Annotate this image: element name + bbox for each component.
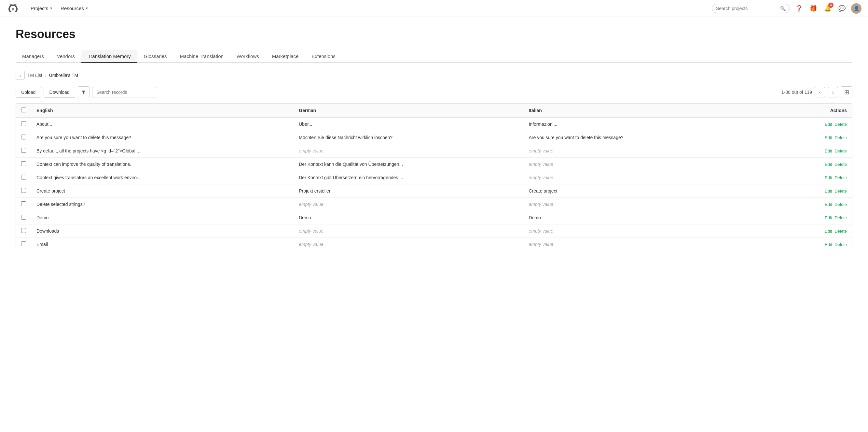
search-icon[interactable]: 🔍 — [780, 6, 786, 11]
table-row: Delete selected strings?empty valueempty… — [16, 198, 852, 211]
cell-italian: Are you sure you want to delete this mes… — [523, 131, 753, 144]
cell-italian: Create project — [523, 184, 753, 198]
tab-translation-memory[interactable]: Translation Memory — [81, 50, 137, 63]
delete-button[interactable]: 🗑 — [78, 86, 90, 98]
tab-managers[interactable]: Managers — [16, 50, 51, 63]
cell-italian: empty value — [523, 238, 753, 251]
cell-actions: EditDelete — [753, 211, 852, 225]
cell-italian: Informazioni... — [523, 118, 753, 131]
delete-link[interactable]: Delete — [835, 162, 847, 167]
navbar-right: 🔍 ❓ 🎁 🔔 4 💬 👤 — [712, 3, 862, 14]
chevron-left-icon: ‹ — [819, 90, 821, 95]
cell-english: Context can improve the quality of trans… — [31, 158, 293, 171]
help-button[interactable]: ❓ — [794, 3, 804, 14]
notifications-button[interactable]: 🔔 4 — [823, 3, 833, 14]
edit-link[interactable]: Edit — [825, 215, 832, 220]
delete-link[interactable]: Delete — [835, 135, 847, 140]
table-row: Downloadsempty valueempty valueEditDelet… — [16, 225, 852, 238]
next-page-button[interactable]: › — [828, 87, 838, 97]
chevron-down-icon: ▼ — [50, 6, 53, 10]
breadcrumb-tm-list[interactable]: TM List — [27, 73, 42, 78]
table-row: Emailempty valueempty valueEditDelete — [16, 238, 852, 251]
table-row: By default, all the projects have <g id=… — [16, 144, 852, 158]
delete-link[interactable]: Delete — [835, 242, 847, 247]
tab-machine-translation[interactable]: Machine Translation — [174, 50, 230, 63]
tab-marketplace[interactable]: Marketplace — [266, 50, 305, 63]
delete-link[interactable]: Delete — [835, 189, 847, 194]
delete-link[interactable]: Delete — [835, 122, 847, 127]
delete-link[interactable]: Delete — [835, 229, 847, 234]
edit-link[interactable]: Edit — [825, 175, 832, 180]
search-records-input[interactable] — [92, 87, 157, 97]
delete-link[interactable]: Delete — [835, 149, 847, 153]
tab-extensions[interactable]: Extensions — [305, 50, 342, 63]
breadcrumb-back-button[interactable]: ‹ — [16, 71, 25, 80]
edit-link[interactable]: Edit — [825, 242, 832, 247]
cell-english: Demo — [31, 211, 293, 225]
edit-link[interactable]: Edit — [825, 229, 832, 234]
cell-italian: empty value — [523, 171, 753, 184]
back-arrow-icon: ‹ — [20, 73, 21, 78]
table-row: Context can improve the quality of trans… — [16, 158, 852, 171]
row-checkbox[interactable] — [21, 148, 26, 153]
cell-german: Möchten Sie diese Nachricht wirklich lös… — [293, 131, 523, 144]
chevron-right-icon: › — [832, 90, 834, 95]
row-checkbox[interactable] — [21, 228, 26, 233]
search-input[interactable] — [716, 6, 780, 11]
toolbar: Upload Download 🗑 1-30 out of 119 ‹ › ⊞ — [16, 86, 852, 98]
main-content: Resources Managers Vendors Translation M… — [0, 17, 868, 262]
edit-link[interactable]: Edit — [825, 202, 832, 207]
row-checkbox[interactable] — [21, 175, 26, 179]
main-nav: Projects ▼ Resources ▼ — [27, 4, 712, 13]
cell-italian: empty value — [523, 158, 753, 171]
cell-english: By default, all the projects have <g id=… — [31, 144, 293, 158]
row-checkbox[interactable] — [21, 135, 26, 139]
pagination-info: 1-30 out of 119 — [781, 90, 812, 95]
cell-italian: empty value — [523, 144, 753, 158]
cell-actions: EditDelete — [753, 131, 852, 144]
delete-link[interactable]: Delete — [835, 175, 847, 180]
search-box[interactable]: 🔍 — [712, 4, 790, 13]
table-body: About...Über...Informazioni...EditDelete… — [16, 118, 852, 251]
tab-workflows[interactable]: Workflows — [230, 50, 266, 63]
edit-link[interactable]: Edit — [825, 135, 832, 140]
edit-link[interactable]: Edit — [825, 122, 832, 127]
notifications-badge: 4 — [828, 3, 834, 8]
nav-projects[interactable]: Projects ▼ — [27, 4, 56, 13]
table-row: About...Über...Informazioni...EditDelete — [16, 118, 852, 131]
prev-page-button[interactable]: ‹ — [815, 87, 825, 97]
header-actions: Actions — [753, 104, 852, 118]
edit-link[interactable]: Edit — [825, 149, 832, 153]
cell-german: Über... — [293, 118, 523, 131]
cell-english: About... — [31, 118, 293, 131]
row-checkbox[interactable] — [21, 215, 26, 220]
row-checkbox[interactable] — [21, 121, 26, 126]
tab-glossaries[interactable]: Glossaries — [137, 50, 174, 63]
navbar: Projects ▼ Resources ▼ 🔍 ❓ 🎁 🔔 4 💬 👤 — [0, 0, 868, 17]
edit-link[interactable]: Edit — [825, 162, 832, 167]
columns-button[interactable]: ⊞ — [841, 86, 852, 98]
avatar[interactable]: 👤 — [851, 3, 862, 14]
logo[interactable] — [6, 3, 20, 14]
nav-resources[interactable]: Resources ▼ — [57, 4, 92, 13]
messages-button[interactable]: 💬 — [837, 3, 847, 14]
cell-actions: EditDelete — [753, 238, 852, 251]
page-title: Resources — [16, 27, 852, 41]
cell-actions: EditDelete — [753, 171, 852, 184]
delete-link[interactable]: Delete — [835, 215, 847, 220]
edit-link[interactable]: Edit — [825, 189, 832, 194]
gift-button[interactable]: 🎁 — [808, 3, 818, 14]
cell-german: empty value — [293, 144, 523, 158]
tab-vendors[interactable]: Vendors — [51, 50, 81, 63]
select-all-checkbox[interactable] — [21, 108, 26, 112]
upload-button[interactable]: Upload — [16, 87, 41, 98]
row-checkbox[interactable] — [21, 161, 26, 166]
row-checkbox[interactable] — [21, 188, 26, 193]
cell-english: Are you sure you want to delete this mes… — [31, 131, 293, 144]
delete-link[interactable]: Delete — [835, 202, 847, 207]
tm-table: English German Italian Actions About...Ü… — [16, 104, 852, 251]
download-button[interactable]: Download — [43, 87, 75, 98]
tabs-bar: Managers Vendors Translation Memory Glos… — [16, 50, 852, 63]
row-checkbox[interactable] — [21, 201, 26, 206]
row-checkbox[interactable] — [21, 241, 26, 246]
